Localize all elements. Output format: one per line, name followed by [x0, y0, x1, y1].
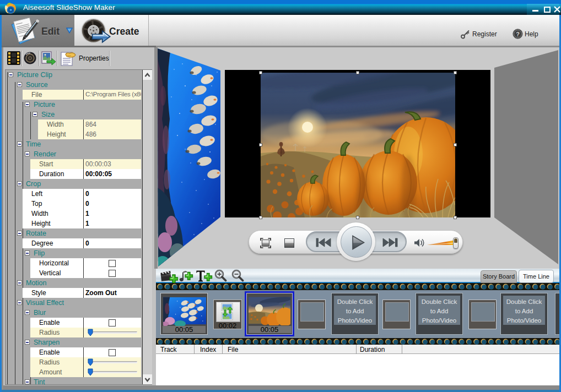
- svg-text:?: ?: [516, 31, 520, 37]
